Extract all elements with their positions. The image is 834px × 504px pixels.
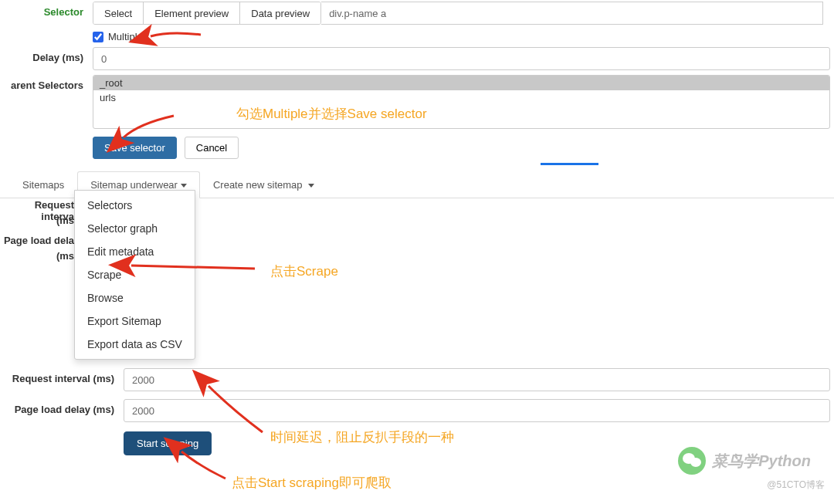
- parent-selectors-listbox[interactable]: _root urls: [93, 75, 830, 129]
- parent-option-urls[interactable]: urls: [93, 90, 829, 105]
- chevron-down-icon: [308, 184, 314, 188]
- page-load-delay-label-cropped: Page load dela: [0, 235, 74, 250]
- ms-unit-label-2: (ms: [0, 250, 74, 262]
- select-tab-button[interactable]: Select: [93, 2, 144, 24]
- delay-input[interactable]: [93, 47, 830, 70]
- request-interval-input[interactable]: [124, 368, 830, 391]
- dropdown-item-edit-metadata[interactable]: Edit metadata: [75, 240, 195, 263]
- save-selector-button[interactable]: Save selector: [93, 137, 177, 159]
- start-scraping-button[interactable]: Start scraping: [124, 431, 212, 455]
- selector-css-input[interactable]: [321, 2, 823, 25]
- watermark-logo: 菜鸟学Python: [678, 447, 811, 475]
- dropdown-item-export-csv[interactable]: Export data as CSV: [75, 333, 195, 356]
- watermark-site: @51CTO博客: [767, 479, 825, 492]
- tab-create-new-sitemap[interactable]: Create new sitemap: [200, 171, 327, 198]
- tab-sitemaps[interactable]: Sitemaps: [9, 171, 77, 198]
- request-interval-label: Request interval (ms): [0, 368, 124, 386]
- annotation-scrape: 点击Scrape: [270, 262, 338, 280]
- data-preview-tab-button[interactable]: Data preview: [240, 2, 320, 24]
- dropdown-item-selectors[interactable]: Selectors: [75, 194, 195, 217]
- dropdown-item-scrape[interactable]: Scrape: [75, 263, 195, 286]
- annotation-start-scraping: 点击Start scraping即可爬取: [232, 474, 392, 492]
- selector-tab-group: Select Element preview Data preview: [93, 2, 321, 25]
- chevron-down-icon: [181, 184, 187, 188]
- cancel-button[interactable]: Cancel: [185, 137, 239, 159]
- page-load-delay-label: Page load delay (ms): [0, 399, 124, 417]
- dropdown-item-browse[interactable]: Browse: [75, 286, 195, 310]
- selector-label: Selector: [0, 2, 93, 18]
- dropdown-item-export-sitemap[interactable]: Export Sitemap: [75, 310, 195, 333]
- dropdown-item-selector-graph[interactable]: Selector graph: [75, 217, 195, 240]
- wechat-icon: [678, 447, 706, 475]
- delay-label: Delay (ms): [0, 47, 93, 63]
- ms-unit-label: (ms: [0, 215, 74, 227]
- element-preview-tab-button[interactable]: Element preview: [144, 2, 240, 24]
- watermark-name: 菜鸟学Python: [712, 451, 811, 472]
- multiple-checkbox[interactable]: [93, 32, 103, 42]
- page-load-delay-input[interactable]: [124, 399, 830, 422]
- active-indicator-bar: [541, 163, 598, 165]
- request-interval-label-cropped: Request interva: [0, 199, 74, 215]
- parent-selectors-label: arent Selectors: [0, 75, 93, 91]
- sitemap-dropdown-menu: Selectors Selector graph Edit metadata S…: [74, 190, 195, 360]
- multiple-label: Multiple: [108, 31, 143, 42]
- parent-option-root[interactable]: _root: [93, 76, 829, 90]
